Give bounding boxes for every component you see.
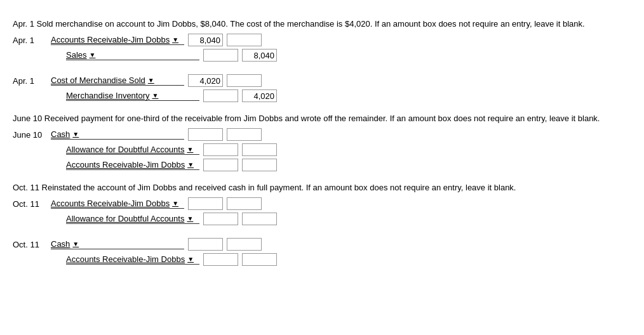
date-label: Oct. 11 — [13, 199, 51, 209]
account-label: Merchandise Inventory — [66, 91, 150, 100]
debit-input[interactable] — [203, 253, 238, 266]
debit-input[interactable] — [203, 159, 238, 171]
account-label: Accounts Receivable-Jim Dobbs — [51, 35, 170, 44]
account-select[interactable]: Sales ▼ — [66, 50, 199, 60]
table-row: Oct. 11Accounts Receivable-Jim Dobbs ▼ — [13, 197, 631, 210]
account-label: Cash — [51, 239, 70, 249]
journal-block-oct11-block2: Oct. 11Cash ▼Accounts Receivable-Jim Dob… — [13, 238, 631, 266]
chevron-down-icon: ▼ — [187, 146, 193, 153]
section-apr1-transaction1: Apr. 1 Sold merchandise on account to Ji… — [13, 19, 631, 102]
account-label: Accounts Receivable-Jim Dobbs — [66, 160, 185, 169]
debit-input[interactable] — [188, 74, 223, 87]
account-label: Accounts Receivable-Jim Dobbs — [66, 254, 185, 264]
credit-input[interactable] — [242, 49, 277, 62]
table-row: Accounts Receivable-Jim Dobbs ▼ — [13, 159, 631, 171]
credit-input[interactable] — [242, 213, 277, 225]
chevron-down-icon: ▼ — [187, 215, 193, 222]
table-row: Apr. 1Accounts Receivable-Jim Dobbs ▼ — [13, 34, 631, 46]
credit-input[interactable] — [227, 74, 262, 87]
chevron-down-icon: ▼ — [172, 200, 178, 207]
account-select[interactable]: Accounts Receivable-Jim Dobbs ▼ — [51, 199, 184, 209]
section-desc-oct11-section: Oct. 11 Reinstated the account of Jim Do… — [13, 183, 631, 192]
credit-input[interactable] — [227, 128, 262, 141]
credit-input[interactable] — [227, 34, 262, 46]
table-row: Merchandise Inventory ▼ — [13, 89, 631, 102]
chevron-down-icon: ▼ — [172, 36, 178, 43]
date-label: June 10 — [13, 130, 51, 140]
credit-input[interactable] — [242, 143, 277, 156]
table-row: Accounts Receivable-Jim Dobbs ▼ — [13, 253, 631, 266]
account-select[interactable]: Accounts Receivable-Jim Dobbs ▼ — [66, 160, 199, 170]
journal-block-june10-block1: June 10Cash ▼Allowance for Doubtful Acco… — [13, 128, 631, 171]
credit-input[interactable] — [242, 89, 277, 102]
account-label: Accounts Receivable-Jim Dobbs — [51, 199, 170, 208]
journal-block-apr1-block1: Apr. 1Accounts Receivable-Jim Dobbs ▼Sal… — [13, 34, 631, 62]
section-oct11-section: Oct. 11 Reinstated the account of Jim Do… — [13, 183, 631, 266]
debit-input[interactable] — [188, 34, 223, 46]
chevron-down-icon: ▼ — [90, 51, 96, 58]
chevron-down-icon: ▼ — [187, 161, 194, 168]
account-select[interactable]: Accounts Receivable-Jim Dobbs ▼ — [51, 35, 184, 45]
account-label: Cash — [51, 129, 70, 139]
credit-input[interactable] — [227, 238, 262, 251]
credit-input[interactable] — [242, 159, 277, 171]
account-select[interactable]: Allowance for Doubtful Accounts ▼ — [66, 145, 199, 155]
account-label: Allowance for Doubtful Accounts — [66, 145, 184, 154]
table-row: Apr. 1Cost of Merchandise Sold ▼ — [13, 74, 631, 87]
account-select[interactable]: Merchandise Inventory ▼ — [66, 91, 199, 101]
chevron-down-icon: ▼ — [72, 131, 79, 138]
credit-input[interactable] — [227, 197, 262, 210]
account-select[interactable]: Cash ▼ — [51, 239, 184, 249]
account-select[interactable]: Accounts Receivable-Jim Dobbs ▼ — [66, 254, 199, 265]
account-label: Allowance for Doubtful Accounts — [66, 214, 184, 223]
chevron-down-icon: ▼ — [148, 77, 154, 84]
table-row: June 10Cash ▼ — [13, 128, 631, 141]
date-label: Apr. 1 — [13, 76, 51, 86]
section-june10-section: June 10 Received payment for one-third o… — [13, 114, 631, 171]
account-label: Cost of Merchandise Sold — [51, 76, 145, 85]
debit-input[interactable] — [188, 238, 223, 251]
chevron-down-icon: ▼ — [152, 92, 159, 99]
chevron-down-icon: ▼ — [72, 240, 79, 247]
journal-block-oct11-block1: Oct. 11Accounts Receivable-Jim Dobbs ▼Al… — [13, 197, 631, 225]
date-label: Apr. 1 — [13, 36, 51, 45]
debit-input[interactable] — [203, 89, 238, 102]
section-desc-apr1-transaction1: Apr. 1 Sold merchandise on account to Ji… — [13, 19, 631, 29]
table-row: Allowance for Doubtful Accounts ▼ — [13, 143, 631, 156]
account-select[interactable]: Cash ▼ — [51, 129, 184, 140]
debit-input[interactable] — [203, 143, 238, 156]
table-row: Oct. 11Cash ▼ — [13, 238, 631, 251]
credit-input[interactable] — [242, 253, 277, 266]
debit-input[interactable] — [203, 213, 238, 225]
section-desc-june10-section: June 10 Received payment for one-third o… — [13, 114, 631, 123]
table-row: Allowance for Doubtful Accounts ▼ — [13, 213, 631, 225]
account-select[interactable]: Cost of Merchandise Sold ▼ — [51, 76, 184, 86]
chevron-down-icon: ▼ — [187, 256, 194, 263]
journal-block-apr1-block2: Apr. 1Cost of Merchandise Sold ▼Merchand… — [13, 74, 631, 102]
debit-input[interactable] — [203, 49, 238, 62]
account-label: Sales — [66, 50, 87, 60]
debit-input[interactable] — [188, 128, 223, 141]
table-row: Sales ▼ — [13, 49, 631, 62]
date-label: Oct. 11 — [13, 240, 51, 249]
account-select[interactable]: Allowance for Doubtful Accounts ▼ — [66, 214, 199, 224]
debit-input[interactable] — [188, 197, 223, 210]
